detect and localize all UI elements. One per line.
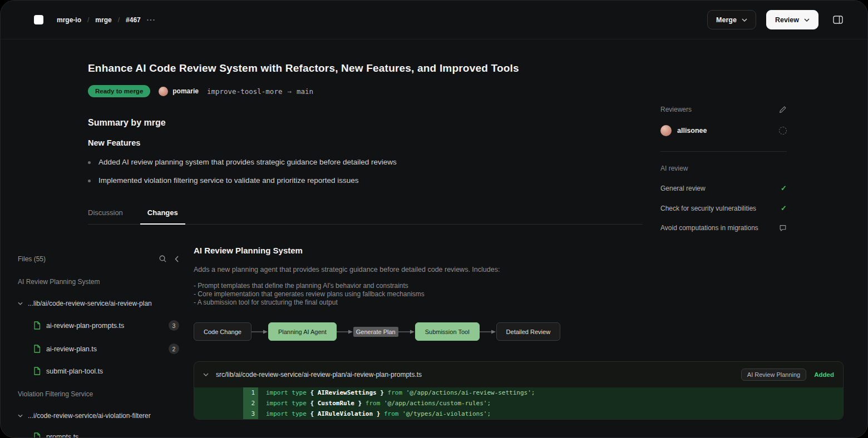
breadcrumb: mrge-io / mrge / #467 ··· [57,16,156,24]
ai-review-label: AI review [660,165,787,172]
branch-arrow-icon: → [287,87,292,96]
file-change-count-badge: 2 [169,344,179,354]
code-token: import type [266,389,310,396]
ai-check-row-check-for-security-vulnerabilities[interactable]: Check for security vulnerabilities✓ [660,204,787,212]
tabs: DiscussionChanges [88,208,643,225]
diff-line-code: import type { AIReviewSettings } from '@… [258,387,535,398]
right-sidebar: Reviewers allisonee AI review General re… [660,106,787,232]
bullet-dot-icon [88,180,91,182]
code-token: '@/app/actions/ai-review-settings' [406,389,531,396]
target-branch: main [297,87,313,96]
ai-check-row-avoid-computations-in-migrations[interactable]: Avoid computations in migrations [660,224,787,232]
file-tree-file[interactable]: ai-review-plan-prompts.ts3 [18,320,179,331]
flow-node-submission-tool: Submission Tool [415,322,480,341]
side-panel-toggle-icon[interactable] [833,16,843,24]
changes-panel: AI Review Planning System Adds a new pla… [194,246,867,420]
ai-check-row-general-review[interactable]: General review✓ [660,184,787,192]
file-change-count-badge: 3 [169,320,179,331]
breadcrumb-separator: / [118,16,120,24]
pr-author[interactable]: pomarie [159,87,199,96]
pr-header: Enhance AI Code Review System with Refac… [1,39,867,97]
code-token: import type [266,400,310,407]
diff-line-gutter [194,398,243,409]
changes-detail-line: - A submission tool for structuring the … [194,298,844,307]
changes-section-heading: AI Review Planning System [194,246,844,255]
review-button[interactable]: Review [766,10,818,29]
file-tree-file[interactable]: prompts.ts [18,432,179,438]
files-count-label: Files (55) [18,255,46,263]
review-button-label: Review [775,16,799,24]
pr-title: Enhance AI Code Review System with Refac… [88,62,867,74]
file-tree: Files (55) AI Review Planning System...l… [18,246,179,438]
diff-header: src/lib/ai/code-review-service/ai-review… [194,362,843,387]
file-icon [33,367,41,375]
code-token: ; [487,400,491,407]
diff-panel: src/lib/ai/code-review-service/ai-review… [194,361,844,420]
code-token: ; [487,410,491,417]
chevron-down-icon[interactable] [203,373,209,376]
file-icon [33,432,41,438]
ai-check-label: Avoid computations in migrations [660,224,758,232]
file-tree-folder[interactable]: ...i/code-review-service/ai-violation-fi… [18,412,179,420]
reviewers-label: Reviewers [660,106,692,113]
search-icon[interactable] [159,255,167,263]
diff-line-gutter [194,409,243,419]
edit-reviewers-icon[interactable] [779,106,787,113]
tab-discussion[interactable]: Discussion [88,208,123,224]
folder-path: ...lib/ai/code-review-service/ai-review-… [28,300,152,307]
code-token: { AIReviewSettings } [310,389,383,396]
code-token: ; [531,389,535,396]
bullet-dot-icon [88,161,91,164]
diff-status-label: Added [814,371,834,378]
ai-review-checks: General review✓Check for security vulner… [660,184,787,232]
check-icon: ✓ [781,204,787,212]
flow-node-planning-ai-agent: Planning AI Agent [268,322,337,341]
reviewer-name: allisonee [677,127,707,135]
diff-line-number[interactable]: 1 [243,387,258,398]
file-tree-folder[interactable]: ...lib/ai/code-review-service/ai-review-… [18,300,179,307]
file-tree-sections: AI Review Planning System...lib/ai/code-… [18,278,179,438]
merge-button[interactable]: Merge [707,10,756,29]
divider [660,151,787,152]
source-branch: improve-toosl-more [207,87,282,96]
file-tree-header: Files (55) [18,255,179,263]
ai-check-label: Check for security vulnerabilities [660,205,756,212]
reviewer-avatar [660,125,672,136]
code-token: { CustomRule } [310,400,362,407]
author-name: pomarie [172,87,199,95]
diff-line: 3import type { AIRuleViolation } from '@… [194,409,843,419]
breadcrumb-repo[interactable]: mrge [95,16,111,24]
changes-details: - Prompt templates that define the plann… [194,282,844,307]
code-token: from [362,400,384,407]
file-icon [33,321,41,330]
breadcrumb-org[interactable]: mrge-io [57,16,81,24]
reviewer-row[interactable]: allisonee [660,125,787,136]
collapse-panel-icon[interactable] [175,256,179,262]
pending-review-icon [779,127,787,135]
more-menu-icon[interactable]: ··· [147,16,156,24]
file-name: ai-review-plan-prompts.ts [46,322,124,330]
flow-node-detailed-review: Detailed Review [496,322,560,341]
chevron-down-icon [18,414,23,417]
bullet-text: Added AI review planning system that pro… [98,158,397,166]
changes-description: Adds a new planning agent that provides … [194,266,844,273]
app-logo[interactable] [34,15,43,24]
topbar: mrge-io / mrge / #467 ··· Merge Review [1,1,867,39]
flow-diagram: Code ChangePlanning AI AgentGenerate Pla… [194,322,844,341]
tab-changes[interactable]: Changes [147,208,178,224]
code-token: '@/types/ai-violations' [402,410,487,417]
changes-detail-line: - Core implementation that generates rev… [194,290,844,298]
lower-region: Files (55) AI Review Planning System...l… [1,246,867,438]
file-name: submit-plan-tool.ts [46,367,103,375]
file-tree-file[interactable]: submit-plan-tool.ts [18,367,179,375]
file-icon [33,345,41,353]
comment-icon [779,224,787,232]
file-name: prompts.ts [46,433,78,438]
file-tree-file[interactable]: ai-review-plan.ts2 [18,344,179,354]
diff-line-number[interactable]: 3 [243,409,258,419]
breadcrumb-pr-number[interactable]: #467 [126,16,141,24]
diff-line-gutter [194,387,243,398]
ai-check-label: General review [660,185,706,192]
diff-line-number[interactable]: 2 [243,398,258,409]
code-token: from [380,410,402,417]
